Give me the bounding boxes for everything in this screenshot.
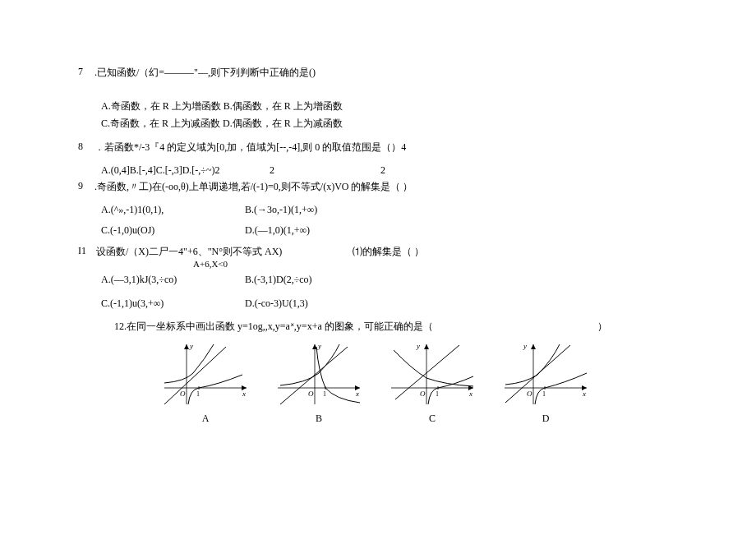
graph-b: y x O 1 B xyxy=(274,340,364,425)
q11-text: 设函数/（X)二尸一4"+6、"N°则不等式 AX) ⑴的解集是（ ） xyxy=(96,245,674,259)
axis-x-label: x xyxy=(355,390,359,398)
graph-d-label: D xyxy=(542,413,550,425)
origin-label: O xyxy=(180,390,186,398)
graph-d: y x O 1 D xyxy=(500,340,591,425)
q11-optB: B.(-3,1)D(2,÷co) xyxy=(245,274,312,286)
graph-b-label: B xyxy=(316,413,322,425)
q11-options-row1: A.(—3,1)kJ(3,÷co) B.(-3,1)D(2,÷co) xyxy=(101,274,674,286)
graph-a-svg: y x O 1 xyxy=(160,340,251,408)
svg-line-17 xyxy=(395,345,459,399)
graph-a: y x O 1 A xyxy=(160,340,251,425)
q9-text: .奇函数,〃工)在(-oo,θ)上单调递增,若/(-1)=0,则不等式/(x)V… xyxy=(94,180,674,194)
origin-label: O xyxy=(308,390,314,398)
graph-a-label: A xyxy=(202,413,210,425)
q11-stem: 设函数/（X)二尸一4"+6、"N°则不等式 AX) xyxy=(96,246,282,257)
q11-options-row2: C.(-1,1)u(3,+∞) D.(-co-3)U(1,3) xyxy=(101,297,674,310)
question-11: I1 设函数/（X)二尸一4"+6、"N°则不等式 AX) ⑴的解集是（ ） xyxy=(78,245,674,259)
svg-line-5 xyxy=(164,347,226,404)
axis-y-label: y xyxy=(416,342,420,350)
q8-mid-2b: 2 xyxy=(380,164,385,177)
graph-d-svg: y x O 1 xyxy=(500,340,591,408)
q8-text: ．若函数*/-3『4 的定义域为[0,加，值域为[--,-4],则 0 的取值范… xyxy=(94,141,674,155)
q9-optD: D.(—1,0)(1,+∞) xyxy=(245,224,310,237)
question-7: 7 .已知函数/（幻=———"—,则下列判断中正确的是() xyxy=(78,66,674,80)
q7-options-cd: C.奇函数，在 R 上为减函数 D.偶函数，在 R 上为减函数 xyxy=(101,117,674,131)
tick-one: 1 xyxy=(436,390,439,398)
q9-number: 9 xyxy=(78,180,94,194)
q11-optA: A.(—3,1)kJ(3,÷co) xyxy=(101,274,245,286)
q12-graphs: y x O 1 A y x O 1 xyxy=(160,340,674,425)
q9-optC: C.(-1,0)u(OJ) xyxy=(101,224,245,237)
graph-b-svg: y x O 1 xyxy=(274,340,364,408)
question-9: 9 .奇函数,〃工)在(-oo,θ)上单调递增,若/(-1)=0,则不等式/(x… xyxy=(78,180,674,194)
tick-one: 1 xyxy=(542,390,546,398)
q12-tail: ） xyxy=(597,320,607,334)
tick-one: 1 xyxy=(323,390,326,398)
axis-x-label: x xyxy=(582,390,586,398)
q9-optB: B.(→3o,-1)(1,+∞) xyxy=(245,204,317,216)
origin-label: O xyxy=(527,390,532,398)
svg-marker-3 xyxy=(184,344,189,349)
q8-opts-text: A.(0,4]B.[-,4]C.[-,3]D.[-,÷~)2 xyxy=(101,164,270,177)
graph-c: y x O 1 C xyxy=(387,340,477,425)
q11-tail: ⑴的解集是（ ） xyxy=(353,246,424,257)
svg-marker-15 xyxy=(424,344,429,349)
graph-c-label: C xyxy=(429,413,436,425)
q9-optA: A.(^»,-1)1(0,1), xyxy=(101,204,245,216)
question-12: 12.在同一坐标系中画出函数 y=1og,,x,y=aˣ,y=x+a 的图象，可… xyxy=(114,320,674,334)
q7-number: 7 xyxy=(78,66,94,80)
svg-line-11 xyxy=(280,347,348,404)
graph-c-svg: y x O 1 xyxy=(387,340,477,408)
q7-stem: .已知函数/（幻=———"—,则下列判断中正确的是() xyxy=(94,67,316,78)
axis-y-label: y xyxy=(189,342,193,350)
tick-one: 1 xyxy=(196,390,200,398)
axis-x-label: x xyxy=(242,390,246,398)
q8-options: A.(0,4]B.[-,4]C.[-,3]D.[-,÷~)2 2 2 xyxy=(101,164,674,177)
question-8: 8 ．若函数*/-3『4 的定义域为[0,加，值域为[--,-4],则 0 的取… xyxy=(78,141,674,155)
q11-subline: A+6,X<0 xyxy=(193,259,674,269)
q9-options-row2: C.(-1,0)u(OJ) D.(—1,0)(1,+∞) xyxy=(101,224,674,237)
q11-optD: D.(-co-3)U(1,3) xyxy=(245,297,308,310)
origin-label: O xyxy=(420,390,426,398)
q12-text: 12.在同一坐标系中画出函数 y=1og,,x,y=aˣ,y=x+a 的图象，可… xyxy=(114,320,433,334)
q7-text: .已知函数/（幻=———"—,则下列判断中正确的是() xyxy=(94,66,674,80)
axis-y-label: y xyxy=(317,342,321,350)
q7-options-ab: A.奇函数，在 R 上为增函数 B.偶函数，在 R 上为增函数 xyxy=(101,99,674,113)
axis-x-label: x xyxy=(468,390,472,398)
axis-y-label: y xyxy=(523,342,527,350)
svg-marker-21 xyxy=(531,344,536,349)
q9-options-row1: A.(^»,-1)1(0,1), B.(→3o,-1)(1,+∞) xyxy=(101,204,674,216)
q8-mid-2a: 2 xyxy=(270,164,380,177)
q11-optC: C.(-1,1)u(3,+∞) xyxy=(101,297,245,310)
q11-number: I1 xyxy=(78,245,96,259)
q8-number: 8 xyxy=(78,141,94,155)
